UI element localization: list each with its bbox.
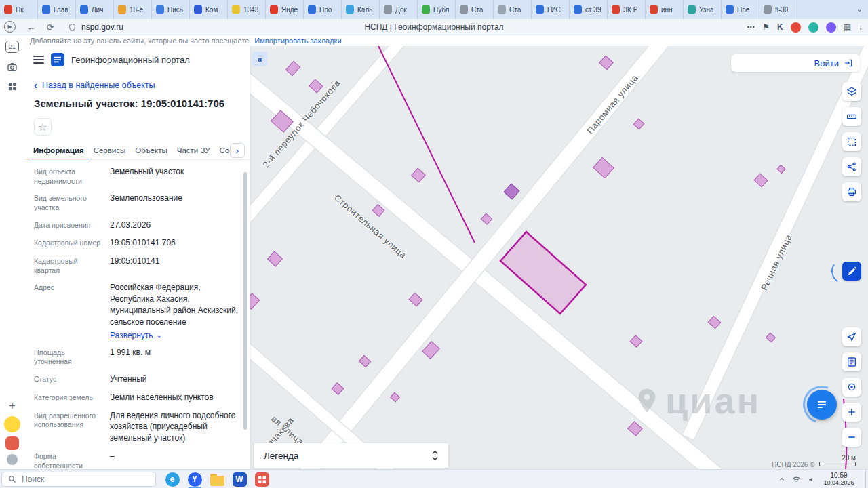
browser-tab[interactable]: Публ <box>418 0 456 19</box>
menu-icon[interactable] <box>33 56 44 64</box>
media-play-icon[interactable]: ▶ <box>4 21 16 33</box>
tab-favicon <box>308 5 316 14</box>
wifi-icon[interactable] <box>792 475 801 484</box>
plus-subscription-icon[interactable] <box>826 22 836 33</box>
browser-tab-strip: НкГлавЛич18-еПисьКом1343ЯндеПроКальДокПу… <box>0 0 868 19</box>
tab-counter-badge[interactable]: 21 <box>5 41 19 53</box>
browser-tab[interactable]: Ста <box>494 0 532 19</box>
favorite-star-icon[interactable]: ☆ <box>34 118 52 136</box>
zoom-in-button[interactable] <box>842 403 861 422</box>
panel-tab[interactable]: Состав <box>215 141 231 160</box>
panel-tab[interactable]: Информация <box>28 141 89 160</box>
legend-panel-button[interactable] <box>842 352 861 371</box>
alice-assistant-icon[interactable] <box>4 416 20 432</box>
import-bookmarks-link[interactable]: Импортировать закладки <box>254 37 341 45</box>
back-link[interactable]: ‹ Назад в найденные объекты <box>34 80 155 90</box>
tab-favicon <box>118 5 126 14</box>
panel-tab[interactable]: Части ЗУ <box>172 141 215 160</box>
browser-tab[interactable]: ГИС <box>532 0 570 19</box>
panel-header: Геоинформационный портал <box>24 46 250 73</box>
taskbar-search[interactable]: Поиск <box>1 472 156 487</box>
browser-tab[interactable]: Нк <box>0 0 38 19</box>
browser-tab[interactable]: Пре <box>722 0 760 19</box>
info-value-text: Учтенный <box>110 373 244 385</box>
taskbar-word-app-icon[interactable]: W <box>231 471 248 487</box>
add-panel-icon[interactable]: + <box>5 399 20 413</box>
url-bar[interactable]: nspd.gov.ru <box>68 20 123 34</box>
share-button[interactable] <box>842 157 861 176</box>
browser-tab[interactable]: Глав <box>38 0 76 19</box>
browser-tab[interactable]: Ста <box>456 0 494 19</box>
browser-tab[interactable]: ЗК Р <box>608 0 646 19</box>
browser-tab[interactable]: fl-30 <box>760 0 797 19</box>
kaspersky-icon[interactable]: K <box>777 22 783 32</box>
street-label: 2-й переулок Чебочокова <box>260 78 342 170</box>
taskbar-edge-app-icon[interactable]: e <box>164 471 180 487</box>
browser-tab[interactable]: Ком <box>190 0 228 19</box>
taskbar-yandex-browser-icon[interactable]: Y <box>186 471 203 487</box>
tab-favicon <box>612 5 620 14</box>
taskbar-clock[interactable]: 10:59 10.04.2026 <box>818 472 860 487</box>
browser-tab[interactable]: Пись <box>152 0 190 19</box>
more-icon[interactable]: ⋯ <box>747 22 755 32</box>
draw-button[interactable] <box>842 262 861 281</box>
ruler-button[interactable] <box>842 107 861 126</box>
apps-grid-icon[interactable] <box>5 79 20 94</box>
tab-list-chevron-icon[interactable]: ⌄ <box>856 5 863 14</box>
tray-chevron-icon[interactable] <box>778 476 785 483</box>
browser-tab[interactable]: 1343 <box>228 0 266 19</box>
bookmarks-hint: Добавляйте на эту панель сайты, которые … <box>30 37 251 45</box>
profile-avatar-red[interactable] <box>791 22 801 33</box>
tab-favicon <box>384 5 392 14</box>
screenshot-icon[interactable] <box>5 60 20 75</box>
tab-favicon <box>460 5 468 14</box>
browser-tab[interactable]: 18-е <box>114 0 152 19</box>
show-desktop-button[interactable] <box>865 470 868 488</box>
reload-icon[interactable]: ⟳ <box>43 20 57 34</box>
chat-button[interactable] <box>807 390 837 420</box>
browser-tab[interactable]: инн <box>646 0 684 19</box>
bookmarks-flag-icon[interactable]: ⚑ <box>762 22 770 32</box>
folder-glyph <box>210 476 224 486</box>
info-value: Земельный участок <box>110 166 244 186</box>
print-button[interactable] <box>842 182 861 201</box>
panel-tab[interactable]: Объекты <box>130 141 172 160</box>
browser-tab[interactable]: Про <box>304 0 342 19</box>
panel-scrollbar[interactable] <box>243 172 247 430</box>
site-security-icon[interactable] <box>68 23 77 32</box>
vpn-extension-icon[interactable] <box>5 436 19 450</box>
profile-avatar-teal[interactable] <box>808 22 818 33</box>
tab-favicon <box>536 5 544 14</box>
extension-icon[interactable] <box>7 454 18 465</box>
zoom-out-button[interactable] <box>842 428 861 447</box>
panels-icon[interactable]: ▦ <box>844 22 851 32</box>
browser-tab[interactable]: Каль <box>342 0 380 19</box>
street-label: Паромная улица <box>585 73 640 136</box>
browser-tab[interactable]: Лич <box>76 0 114 19</box>
sound-icon[interactable] <box>808 475 816 484</box>
browser-tab[interactable]: Янде <box>266 0 304 19</box>
taskbar-grid-app-icon[interactable] <box>254 471 270 487</box>
tab-favicon <box>156 5 164 14</box>
browser-tab[interactable]: ст 39 <box>570 0 608 19</box>
tabs-scroll-right-button[interactable]: › <box>230 143 245 158</box>
clock-date: 10.04.2026 <box>818 479 860 487</box>
layers-button[interactable] <box>842 82 861 101</box>
expand-link[interactable]: Развернуть⌄ <box>110 331 244 340</box>
login-button[interactable]: Войти <box>731 54 860 72</box>
taskbar-folder-icon[interactable] <box>209 471 225 487</box>
tab-favicon <box>764 5 772 14</box>
browser-tab[interactable]: Док <box>380 0 418 19</box>
street-label: Речная улица <box>759 232 793 292</box>
browser-tab[interactable]: Узна <box>684 0 722 19</box>
panel-tab[interactable]: Сервисы <box>89 141 131 160</box>
navigate-button[interactable] <box>842 327 861 346</box>
locate-button[interactable] <box>842 378 861 396</box>
back-icon[interactable]: ← <box>24 20 38 34</box>
legend-dropdown[interactable]: Легенда <box>254 443 448 468</box>
legend-label: Легенда <box>264 451 298 461</box>
measure-button[interactable] <box>842 132 861 151</box>
map-canvas[interactable]: 2-й переулок ЧебочоковаСтроительная улиц… <box>250 46 868 469</box>
collapse-panel-button[interactable]: « <box>252 52 267 66</box>
download-icon[interactable]: ↓ <box>859 22 863 32</box>
